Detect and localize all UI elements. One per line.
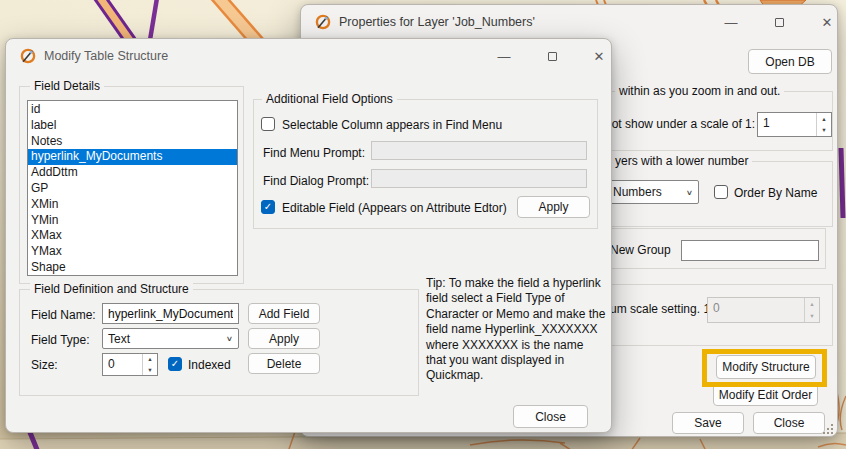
list-item[interactable]: YMin [28,213,237,229]
list-item[interactable]: GP [28,181,237,197]
screen: Properties for Layer 'Job_Numbers' — ✕ O… [0,0,846,449]
spin-up-icon[interactable]: ▲ [143,354,157,365]
find-menu-prompt-label: Find Menu Prompt: [263,146,365,160]
size-value: 0 [103,354,142,375]
field-name-label: Field Name: [31,308,96,322]
size-label: Size: [31,358,58,372]
selectable-column-label: Selectable Column appears in Find Menu [282,118,502,132]
field-definition-label: Field Definition and Structure [30,282,193,296]
additional-field-options-group: Additional Field Options Selectable Colu… [253,99,598,229]
indexed-label: Indexed [188,358,231,372]
list-item[interactable]: Notes [28,134,237,150]
additional-field-options-label: Additional Field Options [262,92,397,106]
open-db-button[interactable]: Open DB [748,49,832,74]
field-type-dropdown[interactable]: Text ∨ [102,328,239,349]
list-item[interactable]: XMax [28,228,237,244]
scale-threshold-label: not show under a scale of 1: [605,117,755,131]
save-button[interactable]: Save [672,412,744,434]
resize-grip[interactable] [823,424,835,436]
selectable-column-checkbox[interactable] [261,117,275,131]
editable-field-label: Editable Field (Appears on Attribute Edt… [282,201,507,215]
layer-dropdown-value: Numbers [613,185,662,199]
maximize-icon[interactable] [537,46,567,67]
scale-setting-value: 0 [708,298,804,322]
close-icon[interactable]: ✕ [584,46,614,67]
list-item[interactable]: XMin [28,197,237,213]
find-dialog-prompt-label: Find Dialog Prompt: [263,174,369,188]
editable-field-checkbox[interactable]: ✓ [261,200,275,214]
zoom-group-label: within as you zoom in and out. [615,84,784,98]
highlight-box [702,349,827,387]
list-item[interactable]: id [28,102,237,118]
check-icon: ✓ [264,202,272,212]
chevron-down-icon: ∨ [686,188,693,196]
minimize-icon[interactable]: — [716,12,746,33]
scale-threshold-spinner[interactable]: 1 ▲ ▼ [757,112,832,137]
size-spinner[interactable]: 0 ▲ ▼ [102,353,158,376]
scale-threshold-value: 1 [758,113,816,136]
properties-titlebar[interactable]: Properties for Layer 'Job_Numbers' — ✕ [301,5,837,39]
maximize-icon[interactable] [764,12,794,33]
chevron-down-icon: ∨ [226,334,233,342]
find-menu-prompt-input [371,141,587,160]
find-dialog-prompt-input [371,169,587,188]
hyperlink-tip-text: Tip: To make the field a hyperlink field… [426,276,606,384]
list-item[interactable]: label [28,118,237,134]
modify-titlebar[interactable]: Modify Table Structure — ✕ [6,39,611,73]
list-item[interactable]: YMax [28,244,237,260]
new-group-input[interactable] [681,240,819,261]
draw-order-group-label: yers with a lower number [611,154,752,168]
properties-dialog-title: Properties for Layer 'Job_Numbers' [339,15,535,29]
add-field-button[interactable]: Add Field [248,303,320,324]
field-details-group: Field Details id label Notes hyperlink_M… [19,86,244,284]
modify-dialog-title: Modify Table Structure [44,49,168,63]
spin-down-icon[interactable]: ▼ [817,125,831,137]
properties-close-button[interactable]: Close [753,412,825,434]
field-type-value: Text [108,332,130,346]
modify-close-button[interactable]: Close [513,405,588,428]
spin-up-icon: ▲ [805,298,819,310]
list-item[interactable]: Shape [28,260,237,276]
field-type-label: Field Type: [31,333,89,347]
list-item-selected[interactable]: hyperlink_MyDocuments [28,149,237,165]
quickmap-logo-icon [19,47,37,65]
spin-down-icon: ▼ [805,310,819,322]
scale-setting-spinner: 0 ▲ ▼ [707,297,820,323]
spin-up-icon[interactable]: ▲ [817,113,831,125]
modify-table-structure-dialog: Modify Table Structure — ✕ Field Details… [5,38,612,433]
new-group-label: New Group [610,243,671,257]
order-by-name-label: Order By Name [734,186,817,200]
list-item[interactable]: AddDttm [28,165,237,181]
indexed-checkbox[interactable]: ✓ [168,357,182,371]
scale-setting-label: um scale setting. 1: [610,302,713,316]
check-icon: ✓ [171,359,179,369]
delete-button[interactable]: Delete [248,353,320,374]
layer-dropdown[interactable]: Numbers ∨ [607,180,699,204]
field-details-label: Field Details [30,79,104,93]
field-list[interactable]: id label Notes hyperlink_MyDocuments Add… [27,100,238,276]
additional-apply-button[interactable]: Apply [517,196,590,218]
field-definition-group: Field Definition and Structure Field Nam… [19,289,419,396]
order-by-name-checkbox[interactable] [714,185,728,199]
close-icon[interactable]: ✕ [812,12,842,33]
quickmap-logo-icon [314,13,332,31]
definition-apply-button[interactable]: Apply [248,328,320,349]
minimize-icon[interactable]: — [489,46,519,67]
field-name-input[interactable] [102,303,239,324]
spin-down-icon[interactable]: ▼ [143,365,157,376]
